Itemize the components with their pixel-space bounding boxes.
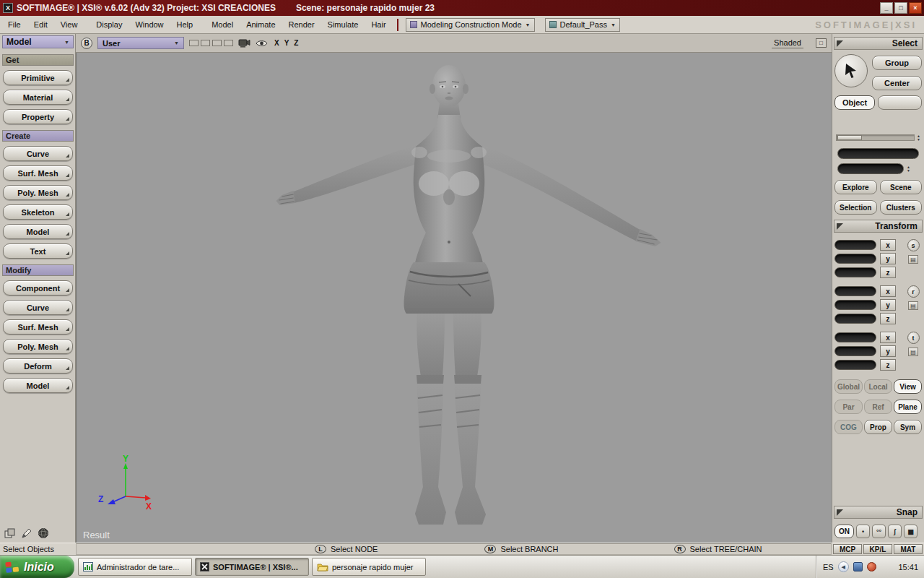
restore-button[interactable]: □ — [894, 2, 907, 14]
menu-window[interactable]: Window — [128, 16, 170, 33]
modify-poly-mesh-button[interactable]: Poly. Mesh — [3, 339, 73, 354]
close-button[interactable]: × — [909, 2, 922, 14]
rotate-options-icon[interactable]: ▤ — [908, 301, 918, 310]
viewport-b-button[interactable]: B — [81, 38, 92, 49]
create-model-button[interactable]: Model — [3, 224, 73, 239]
tab-mat[interactable]: MAT — [894, 544, 923, 554]
global-space-button[interactable]: Global — [834, 379, 863, 394]
camera-icon[interactable] — [238, 38, 250, 49]
scrollbar-track[interactable] — [836, 134, 915, 141]
rotate-y-field[interactable] — [834, 300, 876, 310]
axis-y-button[interactable]: Y — [284, 39, 289, 47]
get-property-button[interactable]: Property — [3, 109, 73, 124]
scale-y-field[interactable] — [834, 254, 876, 264]
scale-options-icon[interactable]: ▤ — [908, 255, 918, 264]
modify-component-button[interactable]: Component — [3, 280, 73, 296]
prop-button[interactable]: Prop — [864, 420, 892, 434]
construction-mode-dropdown[interactable]: Modeling Construction Mode ▼ — [406, 18, 535, 32]
translate-x-field[interactable] — [834, 332, 876, 342]
axis-x-button[interactable]: X — [274, 39, 279, 47]
rotate-z-field[interactable] — [834, 314, 876, 324]
rotate-z-axis-button[interactable]: z — [880, 313, 896, 324]
translate-z-field[interactable] — [834, 360, 876, 370]
menu-hair[interactable]: Hair — [365, 16, 392, 33]
translate-tool-button[interactable]: t — [907, 332, 920, 344]
select-tool-button[interactable] — [834, 54, 868, 87]
menu-simulate[interactable]: Simulate — [321, 16, 365, 33]
menu-render[interactable]: Render — [282, 16, 321, 33]
cog-button[interactable]: COG — [834, 420, 863, 434]
translate-options-icon[interactable]: ▤ — [908, 348, 918, 356]
create-surf-mesh-button[interactable]: Surf. Mesh — [3, 165, 73, 181]
task-task-manager[interactable]: Administrador de tare... — [78, 558, 192, 576]
center-button[interactable]: Center — [872, 76, 922, 90]
selection-name-field[interactable] — [837, 148, 919, 159]
scrollbar-thumb[interactable] — [837, 135, 862, 140]
rotate-x-axis-button[interactable]: x — [880, 285, 896, 297]
par-button[interactable]: Par — [834, 400, 863, 414]
sym-button[interactable]: Sym — [894, 420, 922, 434]
translate-y-axis-button[interactable]: y — [880, 345, 896, 357]
viewport-3d[interactable]: Y X Z Result — [76, 53, 832, 543]
explore-button[interactable]: Explore — [834, 180, 877, 194]
menu-edit[interactable]: Edit — [27, 16, 54, 33]
tray-alert-icon[interactable] — [867, 562, 876, 571]
hide-icons-chevron-icon[interactable]: ◀ — [838, 561, 849, 572]
rotate-x-field[interactable] — [834, 286, 876, 296]
snap-on-button[interactable]: ON — [834, 525, 854, 538]
scroll-down-icon[interactable]: ▼ — [917, 138, 920, 142]
clusters-button[interactable]: Clusters — [880, 200, 923, 215]
create-skeleton-button[interactable]: Skeleton — [3, 204, 73, 220]
rotate-y-axis-button[interactable]: y — [880, 299, 896, 311]
layers-icon[interactable] — [4, 527, 16, 539]
modify-deform-button[interactable]: Deform — [3, 358, 73, 374]
snap-curve-button[interactable]: ʃ — [888, 525, 902, 538]
selection-list-field[interactable] — [837, 163, 904, 174]
memo-cam-slot[interactable] — [201, 40, 210, 46]
get-material-button[interactable]: Material — [3, 90, 73, 105]
task-folder-personaje[interactable]: personaje rapido mujer — [312, 558, 426, 576]
scale-x-axis-button[interactable]: x — [880, 239, 896, 251]
modify-model-button[interactable]: Model — [3, 378, 73, 393]
scale-z-axis-button[interactable]: z — [880, 267, 896, 278]
shading-mode-dropdown[interactable]: Shaded — [772, 38, 803, 48]
camera-view-dropdown[interactable]: User ▼ — [97, 37, 184, 49]
snap-midpoint-button[interactable]: °° — [872, 525, 886, 538]
filter-slot-button[interactable] — [878, 95, 922, 110]
group-button[interactable]: Group — [872, 56, 922, 70]
memo-cam-slot[interactable] — [224, 40, 233, 46]
translate-z-axis-button[interactable]: z — [880, 359, 896, 371]
tray-display-icon[interactable] — [853, 562, 863, 571]
scale-tool-button[interactable]: s — [907, 239, 920, 251]
axis-z-button[interactable]: Z — [294, 39, 298, 47]
create-curve-button[interactable]: Curve — [3, 146, 73, 161]
task-softimage-xsi[interactable]: SOFTIMAGE® | XSI®... — [195, 558, 309, 576]
menu-display[interactable]: Display — [90, 16, 128, 33]
get-primitive-button[interactable]: Primitive — [3, 70, 73, 85]
view-space-button[interactable]: View — [894, 379, 922, 394]
field-down-icon[interactable]: ▼ — [907, 169, 910, 173]
menu-view[interactable]: View — [54, 16, 84, 33]
local-space-button[interactable]: Local — [864, 379, 892, 394]
minimize-button[interactable]: _ — [880, 2, 893, 14]
menu-model[interactable]: Model — [205, 16, 240, 33]
language-indicator[interactable]: ES — [823, 563, 834, 571]
scene-button[interactable]: Scene — [880, 180, 923, 194]
modify-surf-mesh-button[interactable]: Surf. Mesh — [3, 319, 73, 335]
plane-button[interactable]: Plane — [894, 400, 922, 414]
character-model[interactable] — [77, 53, 832, 543]
rotate-tool-button[interactable]: r — [907, 285, 920, 298]
memo-cam-slot[interactable] — [189, 40, 199, 46]
pass-dropdown[interactable]: Default_Pass ▼ — [545, 18, 620, 32]
selection-button[interactable]: Selection — [834, 200, 877, 215]
snap-grid-button[interactable]: ▦ — [904, 525, 918, 538]
create-poly-mesh-button[interactable]: Poly. Mesh — [3, 185, 73, 200]
visibility-eye-icon[interactable] — [256, 38, 268, 49]
memo-cam-slot[interactable] — [212, 40, 222, 46]
translate-y-field[interactable] — [834, 346, 876, 356]
scale-x-field[interactable] — [834, 240, 876, 250]
translate-x-axis-button[interactable]: x — [880, 332, 896, 343]
object-filter-button[interactable]: Object — [834, 95, 875, 110]
taskbar-clock[interactable]: 15:41 — [898, 563, 918, 571]
menu-help[interactable]: Help — [170, 16, 200, 33]
